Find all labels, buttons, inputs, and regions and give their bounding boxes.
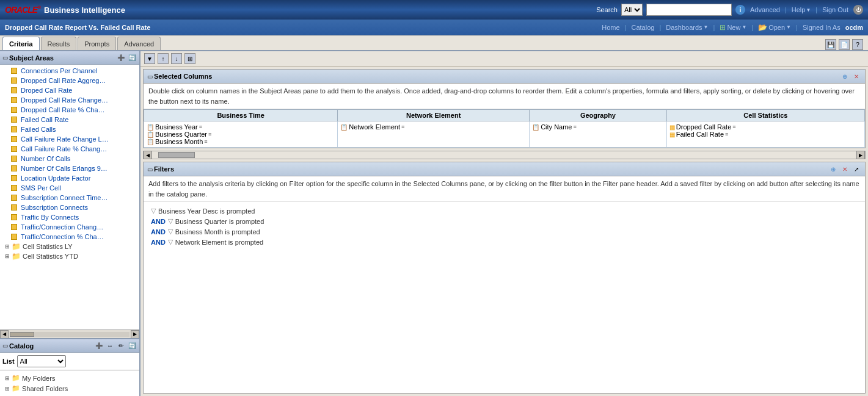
catalog-list-select[interactable]: All <box>17 355 66 367</box>
column-icon <box>11 97 17 103</box>
col-gear-icon[interactable]: ≡ <box>204 139 207 145</box>
sa-item-erlangs[interactable]: Number Of Calls Erlangs 9… <box>0 164 139 173</box>
signout-button[interactable]: Sign Out <box>821 6 850 13</box>
horizontal-scrollbar[interactable]: ◀ ▶ <box>143 151 866 159</box>
left-horizontal-scrollbar[interactable]: ◀ ▶ <box>0 329 139 338</box>
add-subject-area-icon[interactable]: ➕ <box>116 53 126 63</box>
col-gear-icon[interactable]: ≡ <box>725 131 728 137</box>
col-gear-icon[interactable]: ≡ <box>732 124 735 130</box>
scroll-left-arrow[interactable]: ◀ <box>0 330 9 339</box>
tab-criteria[interactable]: Criteria <box>2 37 40 50</box>
sa-item-dropped-rate-change[interactable]: Dropped Call Rate Change… <box>0 95 139 105</box>
sa-item-sms[interactable]: SMS Per Cell <box>0 183 139 193</box>
open-link[interactable]: Open <box>768 24 785 31</box>
filter-icon[interactable]: ▼ <box>144 53 155 64</box>
col-gear-icon[interactable]: ≡ <box>401 124 404 130</box>
col-business-quarter: 📋 Business Quarter ≡ <box>147 131 335 138</box>
sa-item-traffic-connection-pct[interactable]: Traffic/Connection % Cha… <box>0 232 139 242</box>
dashboards-link[interactable]: Dashboards <box>666 24 702 31</box>
sa-item-number-of-calls[interactable]: Number Of Calls <box>0 154 139 164</box>
filters-toggle[interactable]: ▭ <box>147 166 153 173</box>
subject-areas-list: Connections Per Channel Dropped Call Rat… <box>0 65 139 329</box>
filters-add-icon[interactable]: ⊕ <box>828 164 838 174</box>
catalog-move-icon[interactable]: ↔ <box>105 341 115 351</box>
sa-item-label: Traffic By Connects <box>21 214 79 221</box>
catalog-link[interactable]: Catalog <box>631 24 654 31</box>
col-network-element: 📋 Network Element ≡ <box>340 123 527 131</box>
col-gear-icon[interactable]: ≡ <box>573 124 576 130</box>
catalog-toggle[interactable]: ▭ <box>2 342 8 349</box>
search-input[interactable] <box>646 4 732 16</box>
tabs-bar: Criteria Results Prompts Advanced 💾 📄 ? <box>0 35 868 51</box>
sa-folder-label: Cell Statistics YTD <box>23 253 78 260</box>
sa-item-traffic-by-connects[interactable]: Traffic By Connects <box>0 212 139 222</box>
help-button[interactable]: Help ▼ <box>790 6 812 13</box>
tab-advanced[interactable]: Advanced <box>117 37 161 50</box>
catalog-my-folders[interactable]: ⊞ 📁 My Folders <box>0 373 139 383</box>
hscroll-track[interactable] <box>152 151 856 159</box>
catalog-shared-folders[interactable]: ⊞ 📁 Shared Folders <box>0 383 139 394</box>
table-icon[interactable]: ⊞ <box>184 53 195 64</box>
home-link[interactable]: Home <box>602 24 619 31</box>
sc-add-icon[interactable]: ⊕ <box>840 71 850 81</box>
column-icon <box>11 77 17 84</box>
advanced-button[interactable]: Advanced <box>749 6 781 13</box>
filter-and-label: AND <box>151 218 166 225</box>
sa-item-subscription-connects[interactable]: Subscription Connects <box>0 203 139 212</box>
sa-item-call-failure-pct[interactable]: Call Failure Rate % Chang… <box>0 144 139 154</box>
catalog-add-icon[interactable]: ➕ <box>94 341 104 351</box>
second-header: Dropped Call Rate Report Vs. Failed Call… <box>0 20 868 35</box>
filter-and-label: AND <box>151 228 166 236</box>
sa-item-subscription-connect-time[interactable]: Subscription Connect Time… <box>0 193 139 203</box>
filters-header: ▭ Filters ⊕ ✕ ↗ <box>144 162 865 176</box>
tab-results[interactable]: Results <box>41 37 77 50</box>
catalog-edit-icon[interactable]: ✏ <box>116 341 126 351</box>
filters-expand-icon[interactable]: ↗ <box>852 164 861 174</box>
catalog-content: List All <box>0 353 139 370</box>
sc-toggle[interactable]: ▭ <box>147 73 153 80</box>
sa-item-failed-call-rate[interactable]: Failed Call Rate <box>0 115 139 124</box>
col-gear-icon[interactable]: ≡ <box>199 124 202 130</box>
sa-item-droped-call[interactable]: Droped Call Rate <box>0 85 139 95</box>
tab-prompts[interactable]: Prompts <box>78 37 116 50</box>
col-business-time-items: 📋 Business Year ≡ 📋 Business Quarter ≡ 📋 <box>144 121 338 148</box>
search-type-select[interactable]: All <box>621 4 643 16</box>
catalog-refresh-icon[interactable]: 🔄 <box>127 341 137 351</box>
oracle-logo: ORACLE® Business Intelligence <box>5 5 125 15</box>
column-icon <box>11 107 17 113</box>
subject-areas-toggle[interactable]: ▭ <box>2 54 8 61</box>
hscroll-thumb[interactable] <box>158 152 195 158</box>
col-gear-icon[interactable]: ≡ <box>208 131 211 137</box>
save-icon[interactable]: 💾 <box>825 39 836 50</box>
sa-item-dropped-rate-agg[interactable]: Dropped Call Rate Aggreg… <box>0 76 139 85</box>
help-icon[interactable]: ? <box>852 39 863 50</box>
col-label: Dropped Call Rate <box>676 123 732 131</box>
refresh-subject-area-icon[interactable]: 🔄 <box>127 53 137 63</box>
sort-up-icon[interactable]: ↑ <box>158 53 169 64</box>
sa-item-traffic-connection-change[interactable]: Traffic/Connection Chang… <box>0 222 139 232</box>
bi-title: Business Intelligence <box>44 5 125 15</box>
sa-item-connections[interactable]: Connections Per Channel <box>0 66 139 76</box>
sa-item-call-failure-rate-change[interactable]: Call Failure Rate Change L… <box>0 134 139 144</box>
sa-item-label: Subscription Connect Time… <box>21 194 108 201</box>
column-icon <box>11 68 17 74</box>
sa-item-label: Failed Calls <box>21 126 56 133</box>
sa-folder-cell-statistics-ytd[interactable]: ⊞ 📁 Cell Statistics YTD <box>0 251 139 261</box>
sa-folder-cell-statistics-ly[interactable]: ⊞ 📁 Cell Statistics LY <box>0 242 139 251</box>
new-link[interactable]: New <box>727 24 740 31</box>
group-header-business-time: Business Time <box>144 110 338 121</box>
filters-remove-icon[interactable]: ✕ <box>840 164 850 174</box>
sc-remove-icon[interactable]: ✕ <box>852 71 861 81</box>
hscroll-right-arrow[interactable]: ▶ <box>856 151 865 159</box>
save-as-icon[interactable]: 📄 <box>839 39 850 50</box>
filter-text: Business Year Desc is prompted <box>158 207 255 215</box>
column-icon <box>11 117 17 123</box>
selected-columns-title: Selected Columns <box>154 73 212 80</box>
sa-item-dropped-rate-pct[interactable]: Dropped Call Rate % Cha… <box>0 105 139 115</box>
sa-item-failed-calls[interactable]: Failed Calls <box>0 124 139 134</box>
sa-item-location-update[interactable]: Location Update Factor <box>0 173 139 183</box>
hscroll-left-arrow[interactable]: ◀ <box>144 151 152 159</box>
scroll-right-arrow[interactable]: ▶ <box>131 330 139 339</box>
search-help-icon[interactable]: i <box>735 5 745 15</box>
sort-down-icon[interactable]: ↓ <box>171 53 182 64</box>
